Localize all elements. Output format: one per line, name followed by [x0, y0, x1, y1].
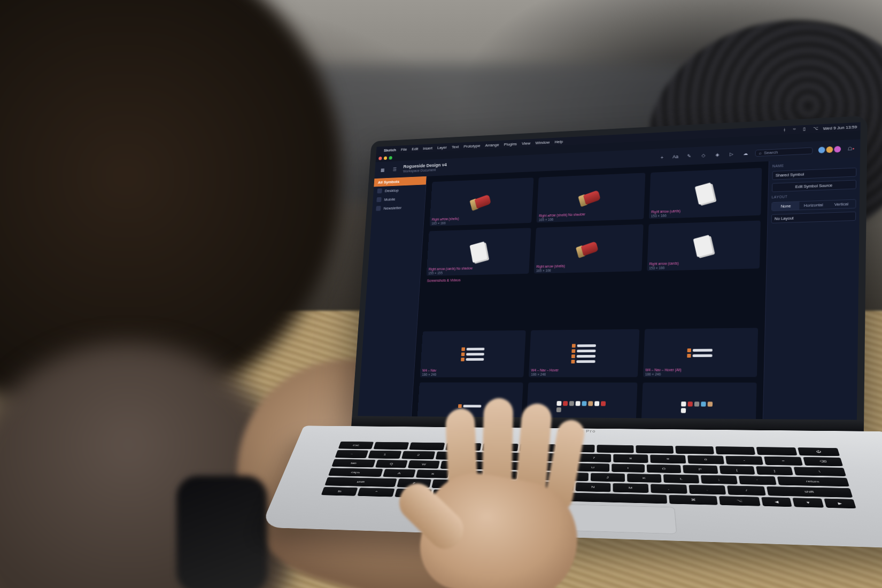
app-name[interactable]: Sketch — [384, 148, 397, 152]
shape-tool-icon[interactable]: ◇ — [699, 151, 708, 160]
right-inspector: NAME Shared Symbol Edit Symbol Source LA… — [762, 157, 860, 429]
workspace: All Symbols Desktop Mobile Newsletter — [357, 157, 860, 429]
layout-option-none[interactable]: None — [772, 202, 800, 211]
layout-segmented-control[interactable]: None Horizontal Vertical — [771, 199, 856, 211]
ui-mock-art — [461, 347, 484, 361]
avatar[interactable] — [834, 146, 841, 152]
inspector-name-field[interactable]: Shared Symbol — [772, 167, 856, 180]
trackpad[interactable] — [473, 502, 677, 534]
battery-icon[interactable]: ▯ — [803, 127, 809, 132]
mobile-icon — [376, 197, 381, 202]
menu-plugins[interactable]: Plugins — [504, 142, 517, 147]
menu-window[interactable]: Window — [535, 140, 550, 145]
card-art-icon — [695, 182, 715, 205]
traffic-lights — [378, 156, 392, 160]
preview-icon[interactable]: ▷ — [727, 150, 736, 158]
shell-art-icon — [576, 239, 601, 259]
asset-tile[interactable]: Right arrow (shells)165 × 166 — [534, 225, 643, 274]
search-placeholder: Search — [764, 150, 778, 155]
document-title-block[interactable]: Rogueside Design v4 Workspace Document — [403, 163, 447, 174]
laptop-display: Sketch File Edit Insert Layer Text Proto… — [351, 115, 868, 443]
menu-text[interactable]: Text — [452, 144, 459, 149]
menu-file[interactable]: File — [401, 147, 407, 152]
ui-mock-art — [458, 404, 482, 408]
asset-tile[interactable]: W4 – Nav186 × 246 — [420, 330, 527, 377]
ui-mock-art — [571, 344, 596, 363]
layout-summary: No Layout — [771, 212, 856, 223]
pen-tool-icon[interactable]: ✎ — [685, 152, 693, 160]
text-style-icon[interactable]: Aa — [671, 152, 679, 161]
asset-tile[interactable]: W4 – Nav – Hover (Alt)186 × 246 — [643, 328, 759, 377]
search-icon: ⌕ — [759, 150, 762, 155]
laptop: Sketch File Edit Insert Layer Text Proto… — [307, 115, 871, 588]
debris-art — [556, 401, 607, 412]
sidebar-item-newsletter[interactable]: Newsletter — [372, 202, 425, 213]
menu-view[interactable]: View — [522, 141, 530, 145]
shell-art-icon — [469, 192, 493, 212]
asset-tile[interactable]: Right arrow (cards) No shadow155 × 155 — [427, 228, 531, 276]
insert-icon[interactable]: ＋ — [657, 153, 666, 161]
menu-layer[interactable]: Layer — [437, 145, 447, 150]
bluetooth-icon[interactable]: ᚼ — [783, 128, 789, 133]
laptop-deck: MacBook Pro esc⏻ ~1234567890-=⌫ tabQWERT… — [260, 425, 882, 549]
menu-arrange[interactable]: Arrange — [485, 142, 499, 148]
layout-option-horizontal[interactable]: Horizontal — [800, 200, 827, 210]
inspector-name-label: NAME — [772, 161, 857, 168]
canvas[interactable]: Right arrow (shells)165 × 166 Right arro… — [411, 161, 769, 428]
avatar[interactable] — [818, 146, 825, 153]
layout-option-vertical[interactable]: Vertical — [827, 200, 856, 209]
asset-tile[interactable]: Right arrow (cards)153 × 166 — [647, 221, 761, 271]
inspector-layout-label: LAYOUT — [772, 192, 856, 199]
sidebar-item-label: Desktop — [385, 188, 399, 193]
menu-insert[interactable]: Insert — [423, 146, 432, 151]
list-view-icon[interactable]: ☰ — [391, 165, 399, 173]
shell-art-icon — [578, 188, 604, 208]
keyboard[interactable]: esc⏻ ~1234567890-=⌫ tabQWERTYUIOP[]\ cap… — [321, 442, 856, 508]
grid-view-icon[interactable]: ▦ — [378, 166, 386, 174]
asset-tile[interactable]: Right arrow (cards)153 × 166 — [649, 168, 762, 219]
sidebar-item-label: Newsletter — [383, 205, 401, 210]
menu-prototype[interactable]: Prototype — [463, 143, 481, 149]
avatar[interactable] — [826, 146, 833, 153]
card-art-icon — [469, 242, 487, 263]
zoom-window-button[interactable] — [389, 156, 392, 160]
asset-tile[interactable]: W4 – Nav – Hover186 × 246 — [529, 329, 639, 377]
asset-tile[interactable]: Right arrow (shells)165 × 166 — [429, 177, 533, 226]
menu-edit[interactable]: Edit — [412, 146, 419, 151]
newsletter-icon — [376, 206, 381, 211]
menu-help[interactable]: Help — [554, 139, 563, 144]
menubar-clock[interactable]: Wed 9 Jun 13:59 — [823, 125, 857, 131]
wifi-icon[interactable]: ⌔ — [793, 127, 799, 133]
wrist-watch — [176, 476, 267, 588]
notifications-icon[interactable]: ☖● — [847, 144, 856, 153]
debris-art — [681, 401, 716, 413]
sidebar-item-label: Mobile — [384, 197, 395, 202]
toolbar-search[interactable]: ⌕ Search — [755, 147, 813, 157]
card-art-icon — [693, 235, 714, 257]
laptop-brand: MacBook Pro — [558, 429, 596, 433]
desktop-icon — [377, 188, 382, 193]
minimize-window-button[interactable] — [384, 156, 388, 160]
close-window-button[interactable] — [378, 157, 382, 160]
screen-contents: Sketch File Edit Insert Layer Text Proto… — [357, 122, 861, 429]
symbol-tool-icon[interactable]: ◈ — [713, 150, 722, 159]
asset-tile[interactable]: Right arrow (shells) No shadow165 × 166 — [537, 173, 645, 222]
collaborator-avatars[interactable] — [818, 146, 841, 153]
photo-scene: Sketch File Edit Insert Layer Text Proto… — [0, 0, 882, 588]
control-center-icon[interactable]: ⌥ — [813, 126, 819, 131]
canvas-section-label: Screenshots & Videos — [423, 272, 760, 326]
edit-symbol-button[interactable]: Edit Symbol Source — [772, 180, 856, 192]
ui-mock-art — [687, 348, 713, 357]
cloud-icon[interactable]: ☁ — [741, 149, 750, 158]
